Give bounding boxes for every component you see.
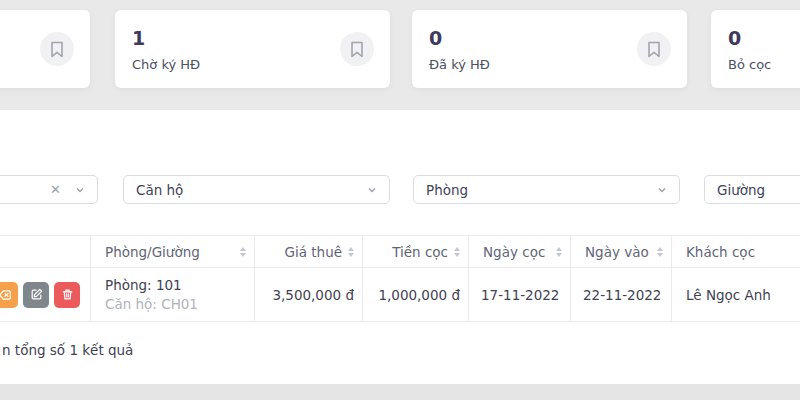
stat-card-da-ky-hd[interactable]: 0 Đã ký HĐ <box>412 10 687 88</box>
stat-label: Chờ ký HĐ <box>132 57 200 72</box>
sort-icon[interactable] <box>556 247 562 257</box>
stat-value: 0 <box>728 27 741 49</box>
col-header-phong-giuong[interactable]: Phòng/Giường <box>91 236 255 267</box>
main-content: ✕ Căn hộ Phòng Giường ác Phòng/Giường <box>0 110 800 384</box>
bookmark-icon <box>637 32 671 66</box>
edit-button[interactable] <box>23 282 49 308</box>
col-header-khach-coc[interactable]: Khách cọc <box>672 236 800 267</box>
trash-icon <box>61 288 74 301</box>
stat-card-cut[interactable] <box>0 10 90 88</box>
filter-select-phong[interactable]: Phòng <box>413 175 680 204</box>
filter-select-can-ho[interactable]: Căn hộ <box>123 175 390 204</box>
stat-card-cho-ky-hd[interactable]: 1 Chờ ký HĐ <box>115 10 390 88</box>
select-value: Phòng <box>426 182 657 198</box>
stat-label: Đã ký HĐ <box>429 57 490 72</box>
select-value: Giường <box>717 182 800 198</box>
stat-value: 0 <box>429 27 442 49</box>
stats-bar: 1 Chờ ký HĐ 0 Đã ký HĐ 0 Bỏ cọc <box>0 0 800 110</box>
bookmark-icon <box>40 32 74 66</box>
room-label: Phòng: 101 <box>105 276 198 294</box>
sort-icon[interactable] <box>240 247 246 257</box>
guest-cell: Lê Ngọc Anh <box>672 268 800 321</box>
cancel-deposit-button[interactable] <box>0 282 18 308</box>
stat-value: 1 <box>132 27 145 49</box>
rent-cell: 3,500,000 đ <box>255 268 363 321</box>
col-header-ngay-coc[interactable]: Ngày cọc <box>469 236 571 267</box>
deposit-cell: 1,000,000 đ <box>363 268 469 321</box>
filter-select-giuong[interactable]: Giường <box>704 175 800 204</box>
select-value: Căn hộ <box>136 182 367 198</box>
sort-icon[interactable] <box>657 247 663 257</box>
sort-icon[interactable] <box>348 247 354 257</box>
edit-icon <box>30 288 43 301</box>
deposit-management-page: 1 Chờ ký HĐ 0 Đã ký HĐ 0 Bỏ cọc ✕ Căn h <box>0 0 800 400</box>
clear-icon[interactable]: ✕ <box>50 182 61 197</box>
chevron-down-icon <box>657 185 667 195</box>
table-row: Phòng: 101 Căn hộ: CH01 3,500,000 đ 1,00… <box>0 268 800 322</box>
bookmark-icon <box>340 32 374 66</box>
col-header-thao-tac[interactable]: ác <box>0 236 91 267</box>
filter-select-first[interactable]: ✕ <box>0 175 98 204</box>
deposits-table: ác Phòng/Giường Giá thuê Tiền cọc Ngày c… <box>0 235 800 322</box>
row-actions-cell <box>0 268 91 321</box>
bottom-section-edge <box>0 384 800 400</box>
col-header-ngay-vao[interactable]: Ngày vào <box>571 236 672 267</box>
stat-card-bo-coc[interactable]: 0 Bỏ cọc <box>711 10 800 88</box>
sort-icon[interactable] <box>454 247 460 257</box>
room-cell: Phòng: 101 Căn hộ: CH01 <box>91 268 255 321</box>
col-header-gia-thue[interactable]: Giá thuê <box>255 236 363 267</box>
move-in-date-cell: 22-11-2022 <box>571 268 672 321</box>
apartment-label: Căn hộ: CH01 <box>105 295 198 313</box>
col-header-tien-coc[interactable]: Tiền cọc <box>363 236 469 267</box>
chevron-down-icon <box>367 185 377 195</box>
deposit-date-cell: 17-11-2022 <box>469 268 571 321</box>
backspace-x-icon <box>0 288 12 302</box>
stat-label: Bỏ cọc <box>728 57 771 72</box>
delete-button[interactable] <box>54 282 80 308</box>
chevron-down-icon <box>75 185 85 195</box>
results-summary: n tổng số 1 kết quả <box>2 342 133 358</box>
table-header-row: ác Phòng/Giường Giá thuê Tiền cọc Ngày c… <box>0 235 800 268</box>
